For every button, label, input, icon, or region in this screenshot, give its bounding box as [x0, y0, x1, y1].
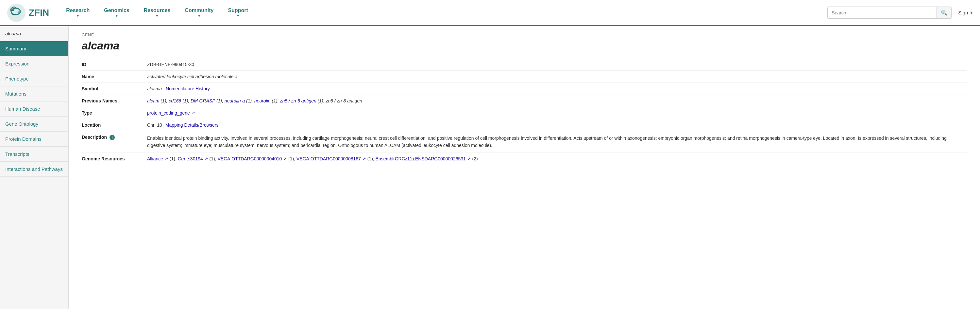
- chevron-down-icon: ▼: [76, 14, 80, 18]
- nav-research[interactable]: Research ▼: [59, 0, 97, 26]
- sidebar-gene-title: alcama: [0, 26, 68, 41]
- prev-name-zn5[interactable]: zn5 / zn-5 antigen: [280, 98, 316, 103]
- name-row: Name activated leukocyte cell adhesion m…: [82, 71, 967, 83]
- chevron-down-icon: ▼: [115, 14, 118, 18]
- type-link[interactable]: protein_coding_gene ↗: [147, 110, 195, 115]
- name-value: activated leukocyte cell adhesion molecu…: [147, 71, 967, 83]
- genome-resource-vega2[interactable]: VEGA:OTTDARG00000008167 ↗: [296, 156, 366, 162]
- page-layout: alcama Summary Expression Phenotype Muta…: [0, 26, 980, 309]
- sidebar: alcama Summary Expression Phenotype Muta…: [0, 26, 68, 309]
- previous-names-value: alcam (1), cd166 (1), DM-GRASP (1), neur…: [147, 95, 967, 107]
- location-label: Location: [82, 119, 147, 131]
- search-box: 🔍: [827, 6, 951, 19]
- sidebar-item-transcripts[interactable]: Transcripts: [0, 147, 68, 162]
- gene-label: GENE: [82, 33, 967, 37]
- previous-names-row: Previous Names alcam (1), cd166 (1), DM-…: [82, 95, 967, 107]
- genome-resource-alliance[interactable]: Alliance ↗: [147, 156, 169, 162]
- genome-resource-vega1[interactable]: VEGA:OTTDARG00000004010 ↗: [217, 156, 287, 162]
- previous-names-label: Previous Names: [82, 95, 147, 107]
- logo-text: ZFIN: [29, 8, 49, 18]
- prev-name-neurolin[interactable]: neurolin: [254, 98, 270, 103]
- nav-community[interactable]: Community ▼: [178, 0, 221, 26]
- svg-point-0: [7, 3, 25, 22]
- svg-point-2: [12, 9, 14, 11]
- chevron-down-icon: ▼: [198, 14, 201, 18]
- genome-resources-row: Genome Resources Alliance ↗ (1), Gene:30…: [82, 152, 967, 165]
- sidebar-item-expression[interactable]: Expression: [0, 56, 68, 71]
- chevron-down-icon: ▼: [236, 14, 240, 18]
- location-value: Chr: 10 Mapping Details/Browsers: [147, 119, 967, 131]
- type-row: Type protein_coding_gene ↗: [82, 107, 967, 119]
- name-label: Name: [82, 71, 147, 83]
- id-value: ZDB-GENE-990415-30: [147, 59, 967, 71]
- prev-name-dm-grasp[interactable]: DM-GRASP: [191, 98, 215, 103]
- logo[interactable]: ZFIN: [6, 3, 49, 22]
- nav-resources[interactable]: Resources ▼: [137, 0, 178, 26]
- chevron-down-icon: ▼: [156, 14, 159, 18]
- nav-support[interactable]: Support ▼: [221, 0, 255, 26]
- symbol-row: Symbol alcama Nomenclature History: [82, 83, 967, 95]
- sidebar-item-interactions-and-pathways[interactable]: Interactions and Pathways: [0, 162, 68, 177]
- id-label: ID: [82, 59, 147, 71]
- gene-title: alcama: [82, 39, 967, 52]
- prev-name-neurolin-a[interactable]: neurolin-a: [224, 98, 245, 103]
- signin-button[interactable]: Sign In: [958, 10, 974, 15]
- main-header: ZFIN Research ▼ Genomics ▼ Resources ▼ C…: [0, 0, 980, 26]
- symbol-value: alcama Nomenclature History: [147, 83, 967, 95]
- description-label: Description i: [82, 131, 147, 153]
- type-label: Type: [82, 107, 147, 119]
- prev-name-alcam[interactable]: alcam: [147, 98, 159, 103]
- type-value: protein_coding_gene ↗: [147, 107, 967, 119]
- description-value: Enables identical protein binding activi…: [147, 131, 967, 153]
- genome-resource-gene30194[interactable]: Gene:30194 ↗: [178, 156, 208, 162]
- gene-info-table: ID ZDB-GENE-990415-30 Name activated leu…: [82, 59, 967, 165]
- genome-resources-value: Alliance ↗ (1), Gene:30194 ↗ (1), VEGA:O…: [147, 152, 967, 165]
- location-row: Location Chr: 10 Mapping Details/Browser…: [82, 119, 967, 131]
- nomenclature-history-link[interactable]: Nomenclature History: [166, 86, 210, 91]
- sidebar-item-human-disease[interactable]: Human Disease: [0, 101, 68, 117]
- sidebar-item-summary[interactable]: Summary: [0, 41, 68, 56]
- search-button[interactable]: 🔍: [937, 7, 951, 18]
- nav-genomics[interactable]: Genomics ▼: [97, 0, 136, 26]
- sidebar-item-phenotype[interactable]: Phenotype: [0, 71, 68, 86]
- id-row: ID ZDB-GENE-990415-30: [82, 59, 967, 71]
- sidebar-item-protein-domains[interactable]: Protein Domains: [0, 131, 68, 147]
- symbol-label: Symbol: [82, 83, 147, 95]
- search-input[interactable]: [828, 8, 937, 18]
- main-nav: Research ▼ Genomics ▼ Resources ▼ Commun…: [59, 0, 827, 26]
- info-icon[interactable]: i: [110, 135, 115, 140]
- sidebar-item-mutations[interactable]: Mutations: [0, 86, 68, 101]
- prev-name-cd166[interactable]: cd166: [169, 98, 181, 103]
- search-area: 🔍: [827, 6, 951, 19]
- genome-resources-label: Genome Resources: [82, 152, 147, 165]
- sidebar-item-gene-ontology[interactable]: Gene Ontology: [0, 117, 68, 131]
- main-content: GENE alcama ID ZDB-GENE-990415-30 Name a…: [68, 26, 980, 309]
- mapping-details-link[interactable]: Mapping Details/Browsers: [165, 122, 219, 128]
- description-row: Description i Enables identical protein …: [82, 131, 967, 153]
- genome-resource-ensembl[interactable]: Ensembl(GRCz11):ENSDARG00000026531 ↗: [375, 156, 471, 162]
- logo-icon: [6, 3, 26, 22]
